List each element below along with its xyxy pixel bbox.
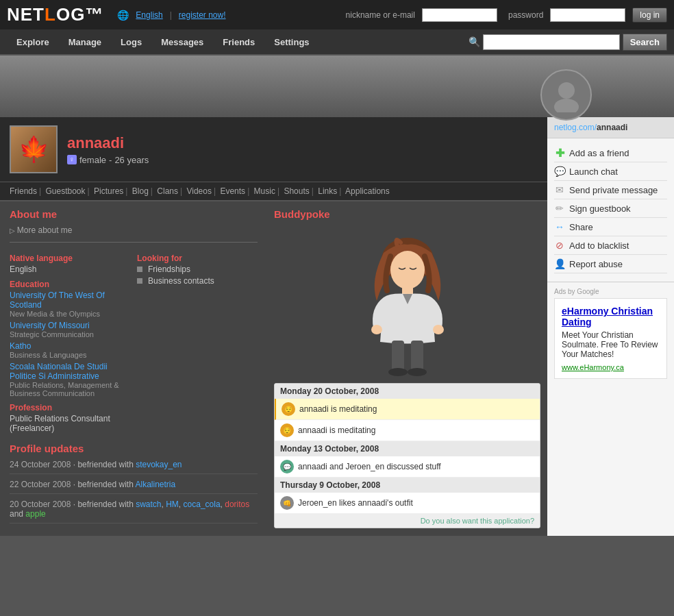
edu-sub-2: Business & Languages	[10, 351, 130, 359]
ad-area: Ads by Google eHarmony Christian Dating …	[547, 282, 674, 384]
update-link-stevokay[interactable]: stevokay_en	[136, 460, 182, 469]
update-link-swatch[interactable]: swatch	[136, 500, 161, 509]
top-bar: NETLOG™ 🌐 English | register now! nickna…	[0, 0, 674, 29]
nav-pictures-link[interactable]: Pictures	[94, 186, 123, 196]
share-action[interactable]: ↔ Share	[554, 218, 667, 236]
right-col: Buddypoke	[267, 201, 547, 536]
sign-guestbook-action[interactable]: ✏ Sign guestbook	[554, 199, 667, 218]
update-link-apple[interactable]: apple	[25, 509, 45, 519]
update-link-cocacola[interactable]: coca_cola	[184, 500, 221, 509]
update-link-hm[interactable]: HM	[166, 500, 179, 509]
blacklist-label: Add to blacklist	[569, 241, 629, 251]
ad-title[interactable]: eHarmony Christian Dating	[562, 306, 660, 328]
nav-settings[interactable]: Settings	[264, 30, 319, 54]
nav-friends-link[interactable]: Friends	[10, 186, 37, 196]
about-right: Looking for Friendships Business contact…	[137, 248, 258, 433]
url-name: annaadi	[597, 123, 627, 132]
gender-label: female	[79, 155, 106, 165]
nav-manage[interactable]: Manage	[59, 30, 111, 54]
bullet-icon	[137, 267, 142, 272]
two-col: About me More about me Native language E…	[0, 201, 547, 536]
update-item-2: 20 October 2008 · befriended with swatch…	[10, 500, 258, 523]
cover-area	[0, 56, 674, 117]
updates-title: Profile updates	[10, 443, 258, 454]
update-link-alkalinetria[interactable]: Alkalinetria	[135, 480, 175, 489]
send-message-label: Send private message	[569, 185, 658, 195]
looking-item-1: Business contacts	[137, 276, 258, 286]
nav-music-link[interactable]: Music	[254, 186, 275, 196]
search-area: 🔍 Search	[469, 34, 667, 51]
divider: |	[170, 10, 172, 20]
nav-messages[interactable]: Messages	[151, 30, 213, 54]
send-message-action[interactable]: ✉ Send private message	[554, 181, 667, 199]
launch-chat-action[interactable]: 💬 Launch chat	[554, 162, 667, 181]
meditating-icon-2: 😌	[280, 423, 294, 437]
activity-date-3: Thursday 9 October, 2008	[275, 478, 540, 493]
blacklist-action[interactable]: ⊘ Add to blacklist	[554, 236, 667, 255]
search-button[interactable]: Search	[623, 34, 667, 51]
edu-link-0[interactable]: University Of The West Of Scotland	[10, 291, 130, 310]
more-about-link[interactable]: More about me	[10, 225, 258, 235]
sidebar-actions: ✚ Add as a friend 💬 Launch chat ✉ Send p…	[547, 138, 674, 279]
svg-rect-8	[411, 341, 423, 371]
activity-date-1: Monday 20 October, 2008	[275, 384, 540, 399]
search-input[interactable]	[483, 34, 620, 50]
profile-gender-age: ♀ female - 26 years	[67, 155, 149, 165]
activity-text-2: annaadi is meditating	[298, 426, 375, 435]
profile-picture-image: 🍁	[18, 135, 49, 164]
activity-text-4: Jeroen_en likes annaadi's outfit	[298, 498, 413, 508]
edu-link-3[interactable]: Scoala Nationala De Studii Politice Si A…	[10, 362, 130, 381]
update-text-0: befriended with	[77, 460, 133, 469]
activity-footer[interactable]: Do you also want this application?	[275, 514, 540, 528]
nav-applications-link[interactable]: Applications	[345, 186, 390, 196]
looking-item-0: Friendships	[137, 264, 258, 274]
ad-box: eHarmony Christian Dating Meet Your Chri…	[554, 298, 667, 379]
nav-shouts-link[interactable]: Shouts	[284, 186, 309, 196]
buddypoke-figure	[274, 225, 540, 376]
nav-guestbook-link[interactable]: Guestbook	[45, 186, 85, 196]
register-link[interactable]: register now!	[179, 10, 226, 20]
nav-videos-link[interactable]: Videos	[186, 186, 211, 196]
nav-blog-link[interactable]: Blog	[132, 186, 149, 196]
password-input[interactable]	[550, 8, 625, 22]
report-icon: 👤	[554, 258, 565, 269]
lang-icon: 🌐	[117, 10, 129, 21]
about-title: About me	[10, 208, 258, 220]
ad-label: Ads by Google	[554, 288, 667, 295]
nick-label: nickname or e-mail	[346, 10, 415, 20]
update-date-0: 24 October 2008	[10, 460, 71, 469]
activity-feed: Monday 20 October, 2008 😌 annaadi is med…	[274, 383, 540, 528]
update-link-doritos[interactable]: doritos	[225, 500, 249, 509]
native-lang-value: English	[10, 264, 130, 274]
profile-name: annaadi	[67, 134, 149, 152]
nav-explore[interactable]: Explore	[7, 30, 59, 54]
divider	[10, 242, 258, 243]
activity-item-2: 😌 annaadi is meditating	[275, 420, 540, 441]
ad-link[interactable]: www.eHarmony.ca	[562, 363, 660, 371]
activity-text-1: annaadi is meditating	[299, 404, 377, 414]
nav-links-link[interactable]: Links	[318, 186, 337, 196]
left-col: About me More about me Native language E…	[0, 201, 267, 536]
looking-label: Looking for	[137, 254, 258, 263]
native-lang-label: Native language	[10, 254, 130, 263]
nav-clans-link[interactable]: Clans	[157, 186, 178, 196]
pass-label: password	[508, 10, 543, 20]
edu-sub-1: Strategic Communication	[10, 330, 130, 338]
nav-friends[interactable]: Friends	[213, 30, 264, 54]
login-button[interactable]: log in	[632, 8, 667, 23]
report-action[interactable]: 👤 Report abuse	[554, 255, 667, 273]
search-icon: 🔍	[469, 36, 480, 47]
svg-point-9	[388, 368, 408, 376]
age-separator: -	[109, 155, 112, 165]
nav-events-link[interactable]: Events	[220, 186, 245, 196]
activity-date-2: Monday 13 October, 2008	[275, 441, 540, 456]
gender-icon: ♀	[67, 155, 77, 164]
edu-link-1[interactable]: University Of Missouri	[10, 321, 130, 330]
language-selector[interactable]: English	[136, 10, 162, 20]
nav-logs[interactable]: Logs	[111, 30, 151, 54]
svg-rect-7	[392, 341, 404, 371]
nickname-input[interactable]	[422, 8, 497, 22]
add-friend-action[interactable]: ✚ Add as a friend	[554, 144, 667, 162]
add-friend-icon: ✚	[554, 147, 565, 158]
edu-link-2[interactable]: Katho	[10, 341, 130, 351]
